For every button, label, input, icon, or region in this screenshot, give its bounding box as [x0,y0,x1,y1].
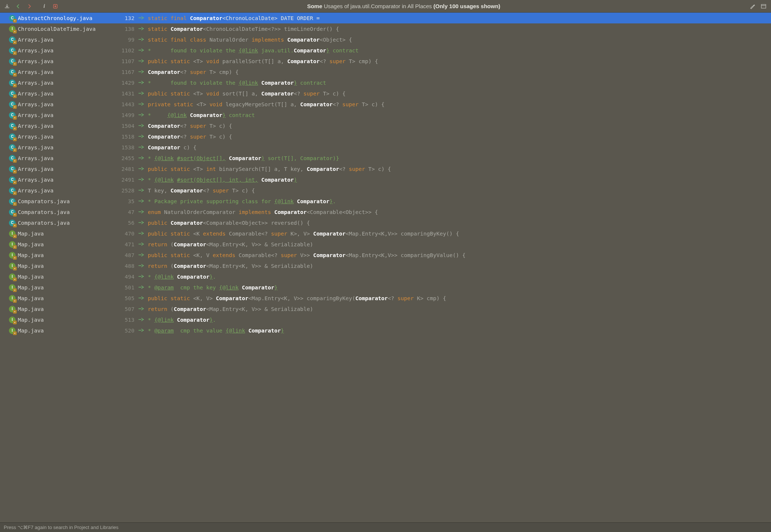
changed-indicator-icon [138,166,146,172]
window-icon[interactable] [760,3,767,10]
interface-file-icon: I• [9,327,16,334]
usage-filename: Arrays.java [18,69,114,75]
svg-point-11 [143,93,144,93]
usage-filename: Comparators.java [18,209,114,215]
usage-snippet: static final class NaturalOrder implemen… [148,37,771,43]
lock-overlay-icon: • [13,170,17,173]
usage-row[interactable]: C•Arrays.java1538Comparator c) { [0,142,771,153]
usage-line-number: 1107 [114,58,134,64]
usage-row[interactable]: C•Arrays.java2455* {@link #sort(Object[]… [0,153,771,163]
usage-snippet: return (Comparator<Map.Entry<K, V>> & Se… [148,241,771,247]
svg-point-16 [143,146,144,147]
usage-row[interactable]: I•ChronoLocalDateTime.java138static Comp… [0,23,771,34]
usage-filename: Arrays.java [18,134,114,140]
usage-row[interactable]: I•Map.java488return (Comparator<Map.Entr… [0,260,771,271]
usage-filename: Arrays.java [18,58,114,64]
next-occurrence-icon[interactable] [25,1,34,11]
usage-snippet: * {@link Comparator}. [148,317,771,323]
svg-point-32 [143,319,144,319]
class-file-icon: C• [9,101,16,108]
lock-overlay-icon: • [13,278,17,281]
svg-point-24 [143,233,144,233]
svg-point-13 [143,114,144,115]
usage-line-number: 1504 [114,123,134,129]
usage-row[interactable]: I•Map.java494* {@link Comparator}. [0,271,771,282]
lock-overlay-icon: • [13,84,17,87]
results-list[interactable]: C•AbstractChronology.java132static final… [0,13,771,522]
changed-indicator-icon [138,134,146,140]
usage-line-number: 1429 [114,80,134,86]
interface-file-icon: I• [9,241,16,248]
target-icon[interactable] [51,1,60,11]
usage-line-number: 2455 [114,155,134,161]
usage-row[interactable]: C•Arrays.java1167Comparator<? super T> c… [0,66,771,77]
usage-snippet: * @param cmp the key {@link Comparator} [148,285,771,291]
lock-overlay-icon: • [13,51,17,55]
usage-snippet: static final Comparator<ChronoLocalDate>… [148,15,771,21]
usage-row[interactable]: C•Arrays.java2528T key, Comparator<? sup… [0,185,771,196]
info-icon[interactable]: i [39,1,49,11]
svg-point-30 [143,297,144,298]
usage-snippet: Comparator<? super T> c) { [148,123,771,129]
class-file-icon: C• [9,47,16,54]
lock-overlay-icon: • [13,181,17,184]
class-file-icon: C• [9,220,16,226]
usage-row[interactable]: I•Map.java487public static <K, V extends… [0,250,771,260]
usage-row[interactable]: C•Comparators.java56public Comparator<Co… [0,217,771,228]
class-file-icon: C• [9,187,16,194]
usage-row[interactable]: I•Map.java520* @param cmp the value {@li… [0,325,771,336]
usage-snippet: enum NaturalOrderComparator implements C… [148,209,771,215]
export-icon[interactable] [2,1,12,11]
usage-line-number: 501 [114,285,134,291]
usage-row[interactable]: C•Comparators.java35* Package private su… [0,196,771,207]
svg-point-28 [143,276,144,276]
changed-indicator-icon [138,145,146,150]
usage-row[interactable]: I•Map.java471return (Comparator<Map.Entr… [0,239,771,250]
usage-snippet: Comparator<? super T> c) { [148,134,771,140]
usage-line-number: 2528 [114,188,134,194]
changed-indicator-icon [138,188,146,194]
changed-indicator-icon [138,101,146,107]
usage-line-number: 470 [114,231,134,237]
usage-row[interactable]: C•Arrays.java1443private static <T> void… [0,99,771,110]
lock-overlay-icon: • [13,234,17,238]
usage-row[interactable]: C•Arrays.java2491* {@link #sort(Object[]… [0,174,771,185]
usage-row[interactable]: C•Arrays.java1504Comparator<? super T> c… [0,120,771,131]
usage-line-number: 505 [114,295,134,301]
usage-row[interactable]: C•Comparators.java47enum NaturalOrderCom… [0,207,771,217]
usage-row[interactable]: I•Map.java507return (Comparator<Map.Entr… [0,304,771,314]
usage-snippet: T key, Comparator<? super T> c) { [148,188,771,194]
changed-indicator-icon [138,26,146,32]
usage-row[interactable]: C•Arrays.java1431public static <T> void … [0,88,771,99]
lock-overlay-icon: • [13,191,17,195]
prev-occurrence-icon[interactable] [13,1,23,11]
svg-point-27 [143,265,144,266]
usage-row[interactable]: C•Arrays.java1518Comparator<? super T> c… [0,131,771,142]
wrench-icon[interactable] [749,3,756,10]
changed-indicator-icon [138,220,146,226]
usage-row[interactable]: I•Map.java505public static <K, V> Compar… [0,293,771,304]
usage-snippet: * {@link #sort(Object[], int, int, Compa… [148,177,771,183]
usage-row[interactable]: I•Map.java513* {@link Comparator}. [0,314,771,325]
usage-row[interactable]: C•AbstractChronology.java132static final… [0,13,771,23]
usage-row[interactable]: C•Arrays.java99static final class Natura… [0,34,771,45]
svg-point-14 [143,125,144,126]
class-file-icon: C• [9,166,16,172]
usage-row[interactable]: C•Arrays.java1102* found to violate the … [0,45,771,56]
usage-row[interactable]: C•Arrays.java1429* found to violate the … [0,77,771,88]
usage-row[interactable]: C•Arrays.java2481public static <T> int b… [0,163,771,174]
usage-row[interactable]: I•Map.java501* @param cmp the key {@link… [0,282,771,293]
lock-overlay-icon: • [13,62,17,66]
usage-snippet: return (Comparator<Map.Entry<K, V>> & Se… [148,263,771,269]
changed-indicator-icon [138,69,146,75]
usage-row[interactable]: C•Arrays.java1107public static <T> void … [0,56,771,66]
usage-line-number: 488 [114,263,134,269]
usage-snippet: * {@link #sort(Object[], Comparator) sor… [148,155,771,161]
class-file-icon: C• [9,90,16,97]
usage-filename: Map.java [18,328,114,334]
usage-line-number: 56 [114,220,134,226]
usage-row[interactable]: C•Arrays.java1499* {@link Comparator} co… [0,110,771,120]
usage-row[interactable]: I•Map.java470public static <K extends Co… [0,228,771,239]
lock-overlay-icon: • [13,159,17,163]
changed-indicator-icon [138,48,146,53]
